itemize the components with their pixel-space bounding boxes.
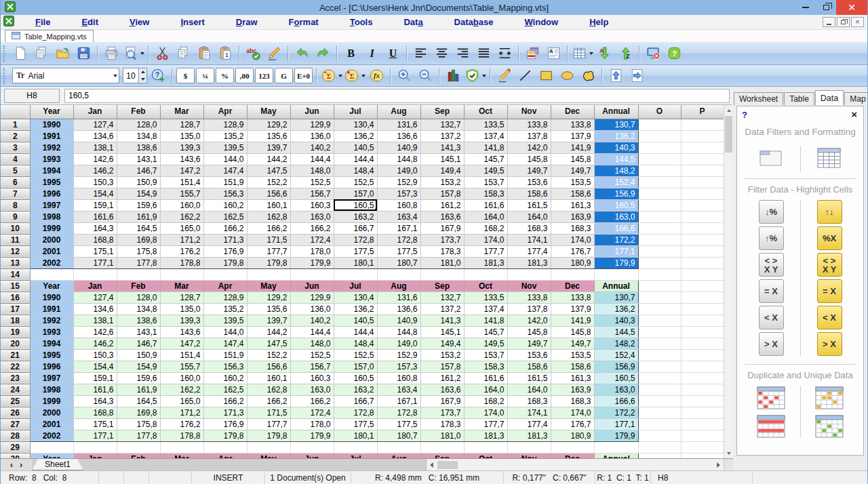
grid-cell[interactable]: 169,8	[117, 407, 160, 418]
grid-cell[interactable]: 176,7	[551, 245, 594, 257]
grid-cell[interactable]	[507, 268, 551, 280]
grid-cell[interactable]: 174,1	[507, 234, 551, 245]
row-header[interactable]: 2	[1, 130, 30, 142]
freeform-tool-button[interactable]	[578, 66, 598, 85]
grid-cell[interactable]: 167,1	[377, 395, 420, 407]
grid-cell[interactable]: 149,5	[464, 338, 507, 349]
grid-cell[interactable]: 177,1	[594, 418, 638, 430]
grid-cell[interactable]: 164,0	[464, 384, 507, 395]
column-header[interactable]: Jun	[290, 105, 334, 119]
grid-cell[interactable]: 172,4	[290, 234, 334, 245]
grid-cell[interactable]: Jun	[290, 280, 334, 291]
grid-cell[interactable]: 177,1	[594, 245, 638, 257]
grid-cell[interactable]: Jan	[73, 453, 117, 458]
grid-cell[interactable]: 178,0	[290, 418, 334, 430]
grid-cell[interactable]: 155,7	[160, 361, 203, 372]
grid-cell[interactable]: 175,8	[117, 418, 160, 430]
grid-cell[interactable]	[551, 441, 594, 453]
grid-cell[interactable]: 172,4	[290, 407, 334, 418]
grid-cell[interactable]: 143,1	[117, 153, 160, 165]
menu-format[interactable]: Format	[273, 17, 334, 27]
grid-cell[interactable]: Dec	[551, 453, 594, 458]
grid-cell[interactable]: 136,6	[377, 303, 420, 315]
grid-cell[interactable]: 181,3	[464, 257, 507, 268]
column-header[interactable]: Jan	[73, 105, 117, 119]
grid-cell[interactable]: 152,4	[594, 349, 638, 361]
grid-cell[interactable]: 168,2	[464, 395, 507, 407]
grid-cell[interactable]: 147,5	[247, 165, 290, 176]
grid-cell[interactable]: 155,7	[160, 188, 203, 199]
grid-cell[interactable]: 145,8	[551, 326, 594, 338]
grid-cell[interactable]: 160,1	[247, 199, 290, 211]
grid-cell[interactable]	[638, 291, 681, 303]
grid-cell[interactable]: Aug	[377, 453, 420, 458]
grid-cell[interactable]	[638, 245, 681, 257]
grid-cell[interactable]: 179,8	[203, 257, 247, 268]
grid-cell[interactable]	[681, 441, 724, 453]
grid-cell[interactable]: 177,7	[247, 418, 290, 430]
grid-cell[interactable]: 172,2	[594, 234, 638, 245]
grid-cell[interactable]: Year	[30, 453, 73, 458]
grid-cell[interactable]: 154,9	[117, 188, 160, 199]
grid-cell[interactable]	[638, 303, 681, 315]
grid-cell[interactable]: 159,1	[73, 372, 117, 384]
select-all-corner[interactable]	[1, 105, 30, 119]
grid-cell[interactable]: 171,3	[203, 407, 247, 418]
grid-cell[interactable]: 137,2	[420, 303, 464, 315]
row-header[interactable]: 14	[1, 268, 30, 280]
grid-cell[interactable]: 1997	[30, 372, 73, 384]
italic-button[interactable]: I	[362, 44, 382, 62]
grid-cell[interactable]	[160, 268, 203, 280]
grid-cell[interactable]: 163,9	[551, 384, 594, 395]
grid-cell[interactable]: 179,9	[290, 257, 334, 268]
currency-format-button[interactable]: $	[176, 68, 195, 83]
grid-cell[interactable]	[681, 165, 724, 176]
grid-cell[interactable]: 153,7	[464, 349, 507, 361]
grid-cell[interactable]: Jul	[334, 280, 377, 291]
panel-tab-map[interactable]: Map	[844, 92, 868, 105]
line-tool-button[interactable]	[515, 66, 535, 85]
grid-cell[interactable]: 135,2	[203, 130, 247, 142]
grid-cell[interactable]: 141,8	[464, 315, 507, 326]
highlight-between-button[interactable]: < > X Y	[817, 253, 842, 277]
grid-cell[interactable]	[160, 441, 203, 453]
grid-cell[interactable]	[73, 268, 117, 280]
grid-cell[interactable]: 177,5	[377, 245, 420, 257]
paste-button[interactable]	[195, 44, 214, 62]
grid-cell[interactable]: 1990	[30, 291, 73, 303]
grid-cell[interactable]: 132,7	[420, 291, 464, 303]
grid-cell[interactable]: 144,4	[290, 326, 334, 338]
row-header[interactable]: 30	[1, 453, 30, 458]
row-header[interactable]: 25	[1, 395, 30, 407]
grid-cell[interactable]: 164,3	[73, 222, 117, 234]
grid-cell[interactable]: 163,6	[420, 211, 464, 222]
grid-cell[interactable]	[247, 441, 290, 453]
grid-cell[interactable]: 128,7	[160, 119, 203, 130]
font-size-spinner[interactable]	[138, 68, 146, 83]
zoom-out-button[interactable]	[416, 66, 435, 85]
grid-cell[interactable]	[638, 153, 681, 165]
row-header[interactable]: 23	[1, 372, 30, 384]
grid-cell[interactable]: 1995	[30, 349, 73, 361]
grid-cell[interactable]: 177,5	[377, 418, 420, 430]
grid-cell[interactable]: 158,6	[507, 188, 551, 199]
grid-cell[interactable]: 133,8	[551, 291, 594, 303]
grid-cell[interactable]: 131,6	[377, 119, 420, 130]
grid-cell[interactable]: 151,4	[160, 176, 203, 188]
zoom-in-button[interactable]	[395, 66, 414, 85]
grid-cell[interactable]: 177,1	[73, 430, 117, 441]
redo-button[interactable]	[313, 44, 333, 62]
grid-cell[interactable]: 127,4	[73, 119, 117, 130]
grid-cell[interactable]: 174,0	[551, 234, 594, 245]
grid-cell[interactable]	[681, 153, 724, 165]
grid-cell[interactable]: 156,7	[290, 188, 334, 199]
chart-button[interactable]	[443, 66, 463, 85]
grid-cell[interactable]: 131,6	[377, 291, 420, 303]
grid-cell[interactable]: 144,4	[334, 153, 377, 165]
previous-sheet-button[interactable]: ‹	[10, 460, 13, 470]
grid-cell[interactable]	[73, 441, 117, 453]
grid-cell[interactable]	[638, 361, 681, 372]
grid-cell[interactable]: 174,0	[464, 234, 507, 245]
grid-cell[interactable]: 147,2	[160, 165, 203, 176]
column-header[interactable]: P	[681, 105, 724, 119]
